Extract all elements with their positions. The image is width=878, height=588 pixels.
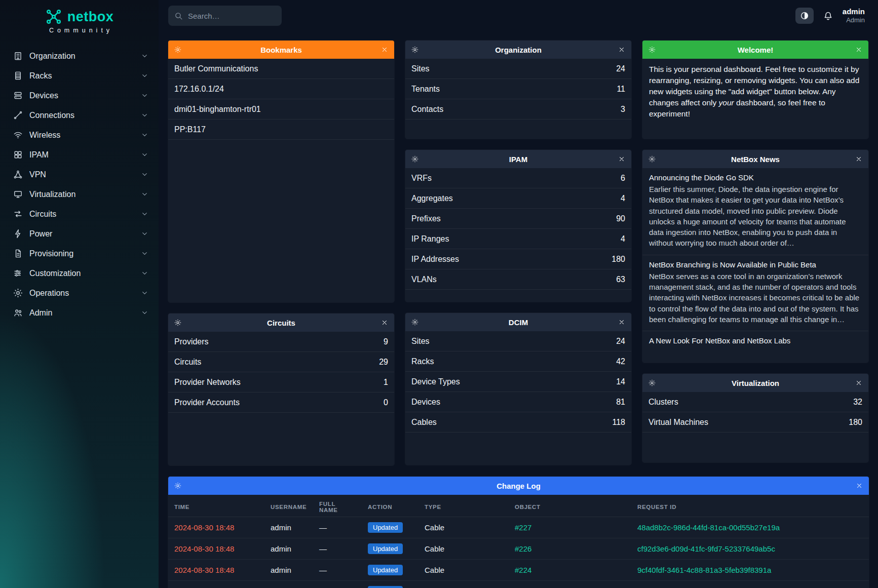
table-row: 2024-08-30 18:48 admin — Updated Cable #…	[168, 538, 869, 560]
widget-title: Circuits	[190, 319, 372, 327]
stat-label: Virtual Machines	[648, 418, 708, 427]
close-icon[interactable]	[618, 155, 625, 163]
request-id-link[interactable]: cf92d3e6-d09d-41fc-9fd7-52337649ab5c	[637, 544, 775, 553]
search-input[interactable]	[188, 12, 276, 20]
sidebar-item-virtualization[interactable]: Virtualization	[0, 184, 159, 204]
sidebar-item-customization[interactable]: Customization	[0, 263, 159, 283]
username-cell: admin	[271, 566, 291, 574]
news-title-link[interactable]: A New Look For NetBox and NetBox Labs	[649, 336, 862, 345]
close-icon[interactable]	[855, 155, 862, 163]
stat-value: 14	[616, 377, 625, 386]
bookmark-item[interactable]: 172.16.0.1/24	[168, 79, 394, 99]
theme-toggle-button[interactable]	[795, 8, 814, 24]
widget-title: DCIM	[428, 318, 609, 327]
server-icon	[13, 91, 23, 100]
widget-title: Organization	[428, 46, 609, 54]
close-icon[interactable]	[618, 319, 625, 326]
bookmark-item[interactable]: Butler Communications	[168, 59, 394, 79]
stat-row[interactable]: Providers 9	[168, 332, 394, 352]
sidebar-item-operations[interactable]: Operations	[0, 283, 159, 303]
close-icon[interactable]	[855, 379, 862, 386]
request-id-link[interactable]: 9cf40fdf-3461-4c88-81a3-5feb39f8391a	[637, 566, 771, 574]
sidebar-item-wireless[interactable]: Wireless	[0, 125, 159, 145]
close-icon[interactable]	[381, 319, 388, 326]
sidebar-item-devices[interactable]: Devices	[0, 86, 159, 105]
stat-row[interactable]: VLANs 63	[405, 269, 631, 290]
sidebar-item-organization[interactable]: Organization	[0, 46, 159, 66]
stat-row[interactable]: Contacts 3	[405, 99, 631, 120]
search-icon	[174, 12, 183, 20]
stat-row[interactable]: Device Types 14	[405, 372, 631, 392]
gear-icon[interactable]	[174, 46, 181, 53]
stat-row[interactable]: Devices 81	[405, 392, 631, 412]
close-icon[interactable]	[618, 46, 625, 53]
news-title-link[interactable]: Announcing the Diode Go SDK	[649, 173, 862, 182]
dashboard-column-3: Welcome! This is your personal dashboard…	[642, 41, 868, 465]
sidebar-item-label: Organization	[29, 52, 75, 61]
gear-icon[interactable]	[411, 46, 418, 53]
notifications-button[interactable]	[823, 11, 833, 21]
stat-value: 3	[621, 105, 625, 114]
stat-row[interactable]: VRFs 6	[405, 168, 631, 188]
stat-value: 9	[384, 337, 388, 346]
stat-label: Prefixes	[411, 214, 441, 223]
chevron-down-icon	[141, 309, 148, 317]
netbox-logo[interactable]: netbox Community	[0, 0, 159, 34]
stat-row[interactable]: Racks 42	[405, 351, 631, 372]
bookmark-item[interactable]: dmi01-binghamton-rtr01	[168, 99, 394, 120]
gear-icon[interactable]	[648, 155, 656, 163]
object-link[interactable]: #226	[515, 544, 531, 553]
column-header-username: USERNAME	[264, 495, 313, 517]
search-box[interactable]	[168, 6, 282, 26]
gear-icon[interactable]	[411, 319, 418, 326]
gear-icon[interactable]	[648, 46, 656, 53]
object-link[interactable]: #224	[515, 566, 531, 574]
stat-row[interactable]: Cables 118	[405, 412, 631, 433]
time-link[interactable]: 2024-08-30 18:48	[174, 566, 234, 574]
stat-row[interactable]: IP Ranges 4	[405, 229, 631, 249]
bookmark-item[interactable]: PP:B117	[168, 120, 394, 140]
sidebar-item-label: Devices	[29, 91, 58, 100]
stat-row[interactable]: Tenants 11	[405, 79, 631, 99]
close-icon[interactable]	[855, 46, 862, 53]
close-icon[interactable]	[381, 46, 388, 53]
object-link[interactable]: #227	[515, 523, 531, 532]
stat-row[interactable]: Sites 24	[405, 59, 631, 79]
chevron-down-icon	[141, 250, 148, 257]
time-link[interactable]: 2024-08-30 18:48	[174, 544, 234, 553]
gear-icon[interactable]	[411, 155, 418, 163]
news-item: A New Look For NetBox and NetBox Labs	[642, 331, 868, 351]
close-icon[interactable]	[856, 482, 863, 489]
stat-row[interactable]: Aggregates 4	[405, 188, 631, 209]
sidebar-item-circuits[interactable]: Circuits	[0, 204, 159, 224]
stat-row[interactable]: Provider Accounts 0	[168, 393, 394, 413]
sidebar-item-power[interactable]: Power	[0, 224, 159, 244]
stat-row[interactable]: Clusters 32	[642, 392, 868, 412]
sidebar-item-racks[interactable]: Racks	[0, 66, 159, 86]
sidebar-item-admin[interactable]: Admin	[0, 303, 159, 323]
sidebar-item-ipam[interactable]: IPAM	[0, 145, 159, 165]
gear-icon[interactable]	[174, 482, 181, 489]
stat-row[interactable]: Sites 24	[405, 331, 631, 351]
stat-row[interactable]: IP Addresses 180	[405, 249, 631, 269]
wifi-icon	[13, 130, 23, 140]
rack-icon	[13, 71, 23, 81]
stat-row[interactable]: Prefixes 90	[405, 209, 631, 229]
sidebar-item-provisioning[interactable]: Provisioning	[0, 244, 159, 263]
request-id-link[interactable]: 48ad8b2c-986d-44fd-81ca-00d55b27e19a	[637, 523, 780, 532]
stat-row[interactable]: Circuits 29	[168, 352, 394, 372]
sidebar-item-connections[interactable]: Connections	[0, 105, 159, 125]
gear-icon[interactable]	[648, 379, 656, 386]
stat-label: Provider Networks	[174, 378, 241, 387]
time-link[interactable]: 2024-08-30 18:48	[174, 523, 234, 532]
sidebar-item-vpn[interactable]: VPN	[0, 165, 159, 184]
widget-title: IPAM	[428, 155, 609, 164]
user-menu[interactable]: admin Admin	[843, 7, 865, 24]
news-title-link[interactable]: NetBox Branching is Now Available in Pub…	[649, 260, 862, 269]
gear-icon[interactable]	[174, 319, 181, 326]
stat-value: 4	[621, 194, 625, 203]
sidebar-item-label: Wireless	[29, 131, 60, 140]
stat-value: 118	[612, 418, 625, 427]
stat-row[interactable]: Virtual Machines 180	[642, 412, 868, 433]
stat-row[interactable]: Provider Networks 1	[168, 372, 394, 393]
